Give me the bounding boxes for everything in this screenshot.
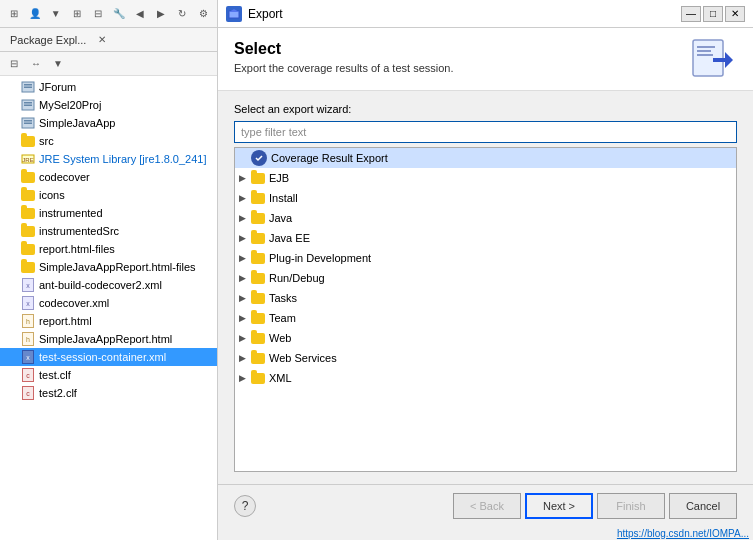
xml-file-icon: x — [20, 349, 36, 365]
toolbar-btn-5[interactable]: ⊟ — [88, 4, 107, 24]
expand-arrow: ▶ — [239, 173, 251, 183]
wizard-item-install[interactable]: ▶ Install — [235, 188, 736, 208]
left-second-toolbar: ⊟ ↔ ▼ — [0, 52, 217, 76]
folder-icon — [251, 293, 265, 304]
toolbar-btn-3[interactable]: ▼ — [46, 4, 65, 24]
wizard-item-label: Web Services — [269, 352, 337, 364]
folder-icon — [20, 241, 36, 257]
tree-item-label: test-session-container.xml — [39, 351, 166, 363]
tree-item-src[interactable]: src — [0, 132, 217, 150]
maximize-button[interactable]: □ — [703, 6, 723, 22]
wizard-item-javaee[interactable]: ▶ Java EE — [235, 228, 736, 248]
toolbar-btn-1[interactable]: ⊞ — [4, 4, 23, 24]
jre-icon: JRE — [20, 151, 36, 167]
folder-icon — [251, 213, 265, 224]
project-icon — [20, 79, 36, 95]
toolbar-btn-10[interactable]: ⚙ — [194, 4, 213, 24]
tree-item-mysel[interactable]: MySel20Proj — [0, 96, 217, 114]
svg-rect-5 — [24, 105, 32, 107]
xml-file-icon: x — [20, 295, 36, 311]
url-bar: https://blog.csdn.net/IOMPA... — [218, 527, 753, 540]
collapse-all-btn[interactable]: ⊟ — [4, 54, 24, 74]
folder-icon — [251, 333, 265, 344]
dialog-header: Select Export the coverage results of a … — [218, 28, 753, 91]
tree-item-jforum[interactable]: JForum — [0, 78, 217, 96]
tree-item-codecover[interactable]: codecover — [0, 168, 217, 186]
wizard-item-xml[interactable]: ▶ XML — [235, 368, 736, 388]
tree-item-icons[interactable]: icons — [0, 186, 217, 204]
tree-item-instrumented[interactable]: instrumented — [0, 204, 217, 222]
folder-icon — [251, 173, 265, 184]
tree-item-label: report.html-files — [39, 243, 115, 255]
back-button[interactable]: < Back — [453, 493, 521, 519]
wizard-item-label: Java EE — [269, 232, 310, 244]
export-header-icon — [689, 32, 737, 80]
tree-item-test2clf[interactable]: c test2.clf — [0, 384, 217, 402]
tree-item-label: report.html — [39, 315, 92, 327]
svg-marker-17 — [725, 52, 733, 68]
tree-item-testsession[interactable]: x test-session-container.xml — [0, 348, 217, 366]
tree-item-reporthtmlfiles[interactable]: report.html-files — [0, 240, 217, 258]
cancel-button[interactable]: Cancel — [669, 493, 737, 519]
toolbar-btn-2[interactable]: 👤 — [25, 4, 44, 24]
folder-icon — [20, 133, 36, 149]
next-button[interactable]: Next > — [525, 493, 593, 519]
filter-input[interactable] — [234, 121, 737, 143]
toolbar-btn-7[interactable]: ◀ — [131, 4, 150, 24]
close-button[interactable]: ✕ — [725, 6, 745, 22]
tree-item-jre[interactable]: JRE JRE System Library [jre1.8.0_241] — [0, 150, 217, 168]
tree-item-label: SimpleJavaAppReport.html — [39, 333, 172, 345]
minimize-button[interactable]: — — [681, 6, 701, 22]
view-menu-btn[interactable]: ▼ — [48, 54, 68, 74]
tree-item-label: icons — [39, 189, 65, 201]
xml-file-icon: x — [20, 277, 36, 293]
toolbar-btn-6[interactable]: 🔧 — [109, 4, 128, 24]
tree-item-simplejavareporthtml[interactable]: h SimpleJavaAppReport.html — [0, 330, 217, 348]
wizard-label: Select an export wizard: — [234, 103, 737, 115]
wizard-item-java[interactable]: ▶ Java — [235, 208, 736, 228]
tree-item-antbuild[interactable]: x ant-build-codecover2.xml — [0, 276, 217, 294]
close-tab-btn[interactable]: ✕ — [92, 30, 112, 50]
toolbar-btn-9[interactable]: ↻ — [173, 4, 192, 24]
svg-rect-4 — [24, 102, 32, 104]
wizard-item-coverage[interactable]: Coverage Result Export — [235, 148, 736, 168]
tab-bar: Package Expl... ✕ — [0, 28, 217, 52]
folder-icon — [20, 259, 36, 275]
tree-item-label: SimpleJavaAppReport.html-files — [39, 261, 196, 273]
tab-package-explorer[interactable]: Package Expl... — [4, 32, 92, 48]
tree-item-reporthtml[interactable]: h report.html — [0, 312, 217, 330]
html-file-icon: h — [20, 313, 36, 329]
tree-item-label: codecover.xml — [39, 297, 109, 309]
svg-rect-16 — [697, 54, 713, 56]
wizard-item-team[interactable]: ▶ Team — [235, 308, 736, 328]
wizard-item-plugin[interactable]: ▶ Plug-in Development — [235, 248, 736, 268]
tree-item-label: ant-build-codecover2.xml — [39, 279, 162, 291]
wizard-item-webservices[interactable]: ▶ Web Services — [235, 348, 736, 368]
toolbar-btn-4[interactable]: ⊞ — [67, 4, 86, 24]
project-icon — [20, 115, 36, 131]
wizard-item-tasks[interactable]: ▶ Tasks — [235, 288, 736, 308]
tree-item-simplejavareport[interactable]: SimpleJavaAppReport.html-files — [0, 258, 217, 276]
link-editor-btn[interactable]: ↔ — [26, 54, 46, 74]
expand-arrow: ▶ — [239, 213, 251, 223]
folder-icon — [20, 169, 36, 185]
finish-button[interactable]: Finish — [597, 493, 665, 519]
dialog-titlebar: Export — □ ✕ — [218, 0, 753, 28]
help-button[interactable]: ? — [234, 495, 256, 517]
folder-icon — [251, 273, 265, 284]
wizard-item-web[interactable]: ▶ Web — [235, 328, 736, 348]
svg-rect-15 — [697, 50, 711, 52]
tree-item-testclf[interactable]: c test.clf — [0, 366, 217, 384]
wizard-item-rundebug[interactable]: ▶ Run/Debug — [235, 268, 736, 288]
expand-arrow: ▶ — [239, 233, 251, 243]
svg-rect-11 — [229, 11, 239, 18]
tree-item-codecoverxml[interactable]: x codecover.xml — [0, 294, 217, 312]
tree-item-instrumentedsrc[interactable]: instrumentedSrc — [0, 222, 217, 240]
dialog-title-text: Export — [248, 7, 675, 21]
tree-item-simpleja[interactable]: SimpleJavaApp — [0, 114, 217, 132]
wizard-item-label: Team — [269, 312, 296, 324]
dialog-title-icon — [226, 6, 242, 22]
svg-rect-1 — [24, 84, 32, 86]
toolbar-btn-8[interactable]: ▶ — [152, 4, 171, 24]
wizard-item-ejb[interactable]: ▶ EJB — [235, 168, 736, 188]
